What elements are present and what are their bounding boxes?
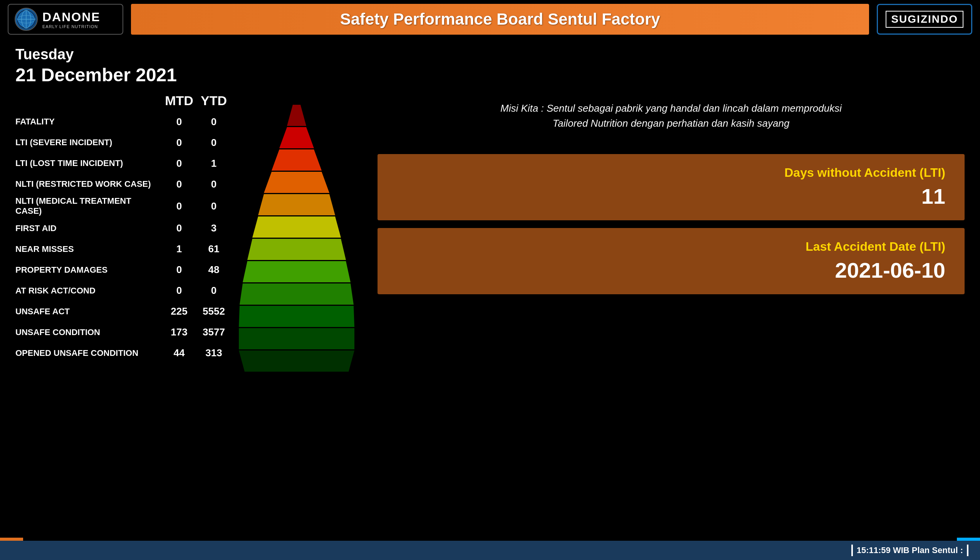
row-label: FATALITY bbox=[15, 117, 162, 127]
row-mtd: 225 bbox=[162, 305, 196, 317]
row-label: NEAR MISSES bbox=[15, 244, 162, 254]
last-acc-value: 2021-06-10 bbox=[397, 258, 945, 283]
svg-marker-7 bbox=[272, 149, 322, 171]
row-label: LTI (LOST TIME INCIDENT) bbox=[15, 158, 162, 168]
row-ytd: 1 bbox=[196, 158, 231, 169]
row-ytd: 3 bbox=[196, 222, 231, 234]
svg-marker-8 bbox=[264, 172, 329, 193]
footer-time: 15:11:59 WIB Plan Sentul : bbox=[857, 545, 963, 555]
table-row: NLTI (RESTRICTED WORK CASE) 0 0 bbox=[15, 174, 231, 194]
table-row: LTI (SEVERE INCIDENT) 0 0 bbox=[15, 132, 231, 153]
page-title-banner: Safety Performance Board Sentul Factory bbox=[131, 4, 869, 35]
row-label: LTI (SEVERE INCIDENT) bbox=[15, 137, 162, 148]
row-label: AT RISK ACT/COND bbox=[15, 286, 162, 296]
row-ytd: 5552 bbox=[196, 305, 231, 317]
mission-line1: Misi Kita : Sentul sebagai pabrik yang h… bbox=[378, 101, 965, 116]
col-mtd-header: MTD bbox=[162, 93, 196, 108]
danone-logo: DANONE EARLY LIFE NUTRITION bbox=[8, 4, 123, 35]
row-label: UNSAFE CONDITION bbox=[15, 327, 162, 337]
last-acc-title: Last Accident Date (LTI) bbox=[397, 240, 945, 254]
svg-marker-16 bbox=[239, 350, 354, 372]
last-accident-card: Last Accident Date (LTI) 2021-06-10 bbox=[378, 228, 965, 294]
svg-marker-10 bbox=[252, 216, 341, 238]
row-ytd: 61 bbox=[196, 243, 231, 255]
svg-marker-6 bbox=[279, 127, 314, 148]
row-mtd: 0 bbox=[162, 158, 196, 169]
days-title: Days without Accident (LTI) bbox=[397, 166, 945, 180]
main-content: MTD YTD FATALITY 0 0 LTI (SEVERE INCIDEN… bbox=[0, 89, 980, 542]
mission-line2: Tailored Nutrition dengan perhatian dan … bbox=[378, 116, 965, 131]
stats-rows: FATALITY 0 0 LTI (SEVERE INCIDENT) 0 0 L… bbox=[15, 111, 231, 364]
row-label: NLTI (MEDICAL TREATMENT CASE) bbox=[15, 196, 162, 216]
sugizindo-logo: SUGIZINDO bbox=[877, 4, 972, 35]
info-cards: Days without Accident (LTI) 11 Last Acci… bbox=[378, 154, 965, 294]
header: DANONE EARLY LIFE NUTRITION Safety Perfo… bbox=[0, 0, 980, 39]
col-ytd-header: YTD bbox=[196, 93, 231, 108]
svg-marker-15 bbox=[239, 328, 354, 349]
footer: 15:11:59 WIB Plan Sentul : bbox=[0, 541, 980, 560]
table-row: LTI (LOST TIME INCIDENT) 0 1 bbox=[15, 153, 231, 174]
svg-marker-12 bbox=[243, 261, 351, 282]
days-value: 11 bbox=[397, 184, 945, 209]
mission-text: Misi Kita : Sentul sebagai pabrik yang h… bbox=[378, 101, 965, 131]
row-ytd: 3577 bbox=[196, 326, 231, 338]
row-ytd: 313 bbox=[196, 347, 231, 359]
row-ytd: 48 bbox=[196, 264, 231, 276]
footer-divider-left bbox=[851, 545, 853, 556]
row-mtd: 0 bbox=[162, 285, 196, 297]
pyramid-section bbox=[231, 93, 362, 538]
row-mtd: 0 bbox=[162, 200, 196, 212]
stats-table: MTD YTD FATALITY 0 0 LTI (SEVERE INCIDEN… bbox=[15, 93, 231, 538]
row-mtd: 0 bbox=[162, 116, 196, 128]
row-mtd: 44 bbox=[162, 347, 196, 359]
bottom-accent-left bbox=[0, 538, 23, 541]
days-without-accident-card: Days without Accident (LTI) 11 bbox=[378, 154, 965, 220]
svg-marker-9 bbox=[258, 194, 335, 215]
svg-marker-11 bbox=[247, 239, 346, 260]
date-section: Tuesday 21 December 2021 bbox=[0, 39, 980, 89]
row-mtd: 0 bbox=[162, 222, 196, 234]
globe-icon bbox=[15, 8, 38, 31]
row-mtd: 1 bbox=[162, 243, 196, 255]
row-mtd: 0 bbox=[162, 178, 196, 190]
full-date: 21 December 2021 bbox=[15, 64, 965, 86]
danone-subtitle: EARLY LIFE NUTRITION bbox=[42, 24, 101, 29]
table-row: AT RISK ACT/COND 0 0 bbox=[15, 280, 231, 301]
table-row: FIRST AID 0 3 bbox=[15, 218, 231, 239]
danone-logo-text: DANONE EARLY LIFE NUTRITION bbox=[42, 10, 101, 29]
stats-header: MTD YTD bbox=[19, 93, 231, 108]
footer-divider-right bbox=[967, 545, 968, 556]
row-label: PROPERTY DAMAGES bbox=[15, 265, 162, 275]
row-mtd: 0 bbox=[162, 137, 196, 149]
row-ytd: 0 bbox=[196, 137, 231, 149]
sugizindo-brand: SUGIZINDO bbox=[886, 11, 963, 28]
row-mtd: 0 bbox=[162, 264, 196, 276]
bottom-accent-right bbox=[957, 538, 980, 541]
svg-marker-14 bbox=[239, 306, 354, 327]
day-of-week: Tuesday bbox=[15, 46, 965, 63]
row-ytd: 0 bbox=[196, 200, 231, 212]
right-section: Misi Kita : Sentul sebagai pabrik yang h… bbox=[362, 93, 965, 538]
row-label: OPENED UNSAFE CONDITION bbox=[15, 348, 162, 358]
row-ytd: 0 bbox=[196, 116, 231, 128]
row-mtd: 173 bbox=[162, 326, 196, 338]
stats-header-empty bbox=[19, 93, 162, 108]
row-label: FIRST AID bbox=[15, 223, 162, 233]
svg-marker-13 bbox=[240, 283, 354, 305]
danone-brand: DANONE bbox=[42, 10, 101, 24]
row-ytd: 0 bbox=[196, 178, 231, 190]
table-row: NLTI (MEDICAL TREATMENT CASE) 0 0 bbox=[15, 194, 231, 218]
table-row: FATALITY 0 0 bbox=[15, 111, 231, 132]
pyramid-chart bbox=[239, 105, 354, 390]
table-row: UNSAFE CONDITION 173 3577 bbox=[15, 322, 231, 343]
row-label: UNSAFE ACT bbox=[15, 307, 162, 317]
table-row: PROPERTY DAMAGES 0 48 bbox=[15, 260, 231, 280]
svg-marker-5 bbox=[287, 105, 306, 126]
table-row: NEAR MISSES 1 61 bbox=[15, 239, 231, 260]
row-label: NLTI (RESTRICTED WORK CASE) bbox=[15, 179, 162, 189]
page-title: Safety Performance Board Sentul Factory bbox=[340, 10, 660, 29]
row-ytd: 0 bbox=[196, 285, 231, 297]
table-row: UNSAFE ACT 225 5552 bbox=[15, 301, 231, 322]
table-row: OPENED UNSAFE CONDITION 44 313 bbox=[15, 343, 231, 364]
